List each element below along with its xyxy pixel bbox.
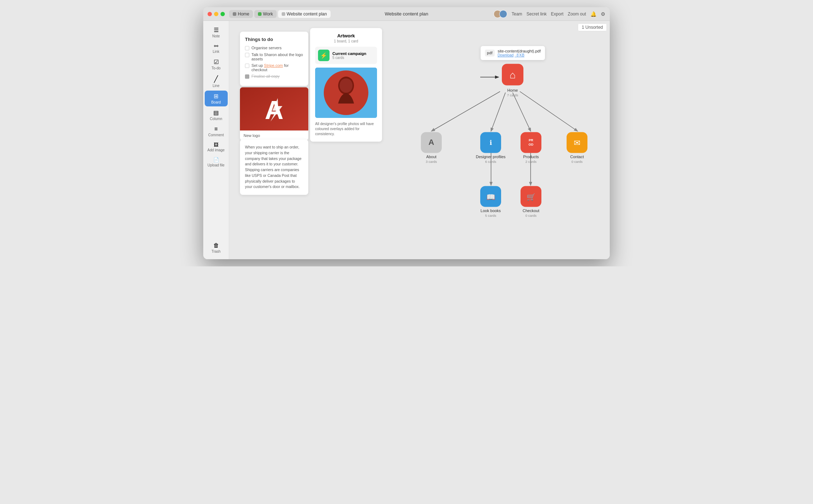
sidebar-item-trash[interactable]: 🗑 Trash (205, 240, 228, 256)
trash-icon: 🗑 (213, 242, 219, 249)
svg-point-7 (340, 78, 353, 93)
sidebar-item-comment[interactable]: ≡ Comment (205, 124, 228, 139)
sidebar-add-image-label: Add image (208, 148, 225, 152)
line-icon: ╱ (214, 75, 218, 83)
todo-card: Things to do Organise servers Talk to Sh… (240, 32, 308, 86)
main-layout: ☰ Note ⚯ Link ☑ To-do ╱ Line ⊞ Board ▤ C… (203, 21, 610, 259)
sidebar-column-label: Column (210, 117, 222, 121)
avatar-2 (499, 10, 507, 18)
team-avatars (494, 10, 507, 18)
upload-icon: 📄 (213, 157, 219, 162)
todo-card-title: Things to do (245, 37, 303, 42)
titlebar-actions: Team Secret link Export Zoom out 🔔 ⚙ (494, 10, 605, 18)
sidebar-item-todo[interactable]: ☑ To-do (205, 56, 228, 72)
tab-work[interactable]: Work (254, 10, 277, 18)
canvas: 1 Unsorted Things to do Organise servers… (229, 21, 610, 259)
tab-home-label: Home (238, 12, 249, 17)
titlebar: Home Work Website content plan Website c… (203, 7, 610, 21)
app-window: Home Work Website content plan Website c… (203, 7, 610, 259)
text-card-content: When you want to ship an order, your shi… (245, 145, 303, 190)
checkbox-1[interactable] (245, 46, 249, 50)
unsorted-badge[interactable]: 1 Unsorted (578, 23, 607, 31)
about-node-sub: 3 cards (426, 160, 437, 164)
sidebar-bottom: 🗑 Trash (205, 240, 228, 256)
logo-svg: A (240, 87, 308, 130)
tab-home-dot (233, 12, 236, 16)
traffic-lights (208, 12, 225, 16)
todo-text-3: Set up Stripe.com for checkout (251, 63, 303, 72)
canvas-controls: 1 Unsorted (578, 24, 607, 30)
mindmap: ⌂ Home 7 cards A About 3 cards ℹ Designe… (362, 21, 610, 259)
note-icon: ☰ (214, 27, 219, 33)
sidebar-note-label: Note (212, 34, 220, 38)
todo-text-2: Talk to Sharon about the logo assets (251, 52, 303, 61)
home-to-designer-arrow (491, 93, 505, 131)
home-to-products-arrow (513, 93, 531, 131)
link-icon: ⚯ (214, 43, 218, 49)
tab-site-label: Website content plan (287, 12, 327, 17)
sidebar-link-label: Link (213, 50, 219, 54)
checkout-node-label: Checkout (523, 209, 539, 213)
sidebar-trash-label: Trash (212, 249, 221, 253)
board-icon: ⊞ (214, 93, 218, 100)
home-node-icon: ⌂ (510, 69, 516, 81)
notifications-button[interactable]: 🔔 (590, 11, 596, 17)
sidebar: ☰ Note ⚯ Link ☑ To-do ╱ Line ⊞ Board ▤ C… (203, 21, 229, 259)
designer-node-label: Designer profiles (476, 155, 506, 159)
image-card: A New logo (240, 87, 308, 141)
tab-bar: Home Work Website content plan (229, 10, 331, 18)
sidebar-line-label: Line (213, 84, 219, 88)
tab-home[interactable]: Home (229, 10, 253, 18)
todo-item-1: Organise servers (245, 46, 303, 50)
settings-button[interactable]: ⚙ (601, 11, 605, 17)
contact-node-sub: 0 cards (571, 160, 582, 164)
contact-node-icon: ✉ (574, 138, 580, 147)
sidebar-item-line[interactable]: ╱ Line (205, 73, 228, 90)
home-to-contact-arrow (520, 92, 577, 131)
todo-item-4: Finalise all copy (245, 74, 303, 79)
about-node-label: About (426, 155, 437, 159)
stripe-link[interactable]: Stripe.com (264, 63, 283, 68)
products-node-sub: 2 cards (525, 160, 536, 164)
lookbooks-node-label: Look books (481, 209, 501, 213)
sidebar-comment-label: Comment (208, 133, 224, 137)
sidebar-item-upload[interactable]: 📄 Upload file (205, 155, 228, 169)
lookbooks-node-icon: 📖 (486, 193, 495, 201)
sidebar-item-link[interactable]: ⚯ Link (205, 41, 228, 56)
export-button[interactable]: Export (551, 12, 564, 17)
checkout-node-icon: 🛒 (527, 193, 536, 201)
mindmap-svg: ⌂ Home 7 cards A About 3 cards ℹ Designe… (362, 21, 610, 259)
checkbox-2[interactable] (245, 53, 249, 57)
logo-image: A (240, 87, 308, 130)
sidebar-item-add-image[interactable]: 🖼 Add image (205, 140, 228, 154)
tab-work-dot (258, 12, 262, 16)
todo-text-1: Organise servers (251, 46, 282, 50)
about-node-icon: A (428, 138, 434, 147)
tab-work-label: Work (263, 12, 273, 17)
close-button[interactable] (208, 12, 212, 16)
home-node-sub: 7 cards (507, 93, 518, 97)
sidebar-item-board[interactable]: ⊞ Board (205, 91, 228, 106)
window-title: Website content plan (385, 11, 428, 17)
column-icon: ▤ (213, 109, 219, 116)
todo-item-3: Set up Stripe.com for checkout (245, 63, 303, 72)
todo-icon: ☑ (214, 59, 219, 65)
designer-node-sub: 6 cards (485, 160, 496, 164)
secret-link-button[interactable]: Secret link (527, 12, 547, 17)
tab-site[interactable]: Website content plan (278, 10, 331, 18)
sidebar-item-note[interactable]: ☰ Note (205, 24, 228, 40)
comment-icon: ≡ (214, 126, 218, 132)
checkout-node-sub: 0 cards (525, 214, 536, 217)
sidebar-item-column[interactable]: ▤ Column (205, 107, 228, 123)
text-card: When you want to ship an order, your shi… (240, 139, 308, 195)
sidebar-upload-label: Upload file (208, 163, 224, 167)
campaign-icon: ⚡ (318, 50, 330, 61)
products-node-icon2: OD (528, 143, 533, 146)
maximize-button[interactable] (221, 12, 225, 16)
team-button[interactable]: Team (512, 12, 522, 17)
checkbox-4[interactable] (245, 74, 249, 79)
products-node-icon: PR (529, 138, 533, 142)
checkbox-3[interactable] (245, 64, 249, 68)
zoom-out-button[interactable]: Zoom out (568, 12, 586, 17)
minimize-button[interactable] (214, 12, 218, 16)
